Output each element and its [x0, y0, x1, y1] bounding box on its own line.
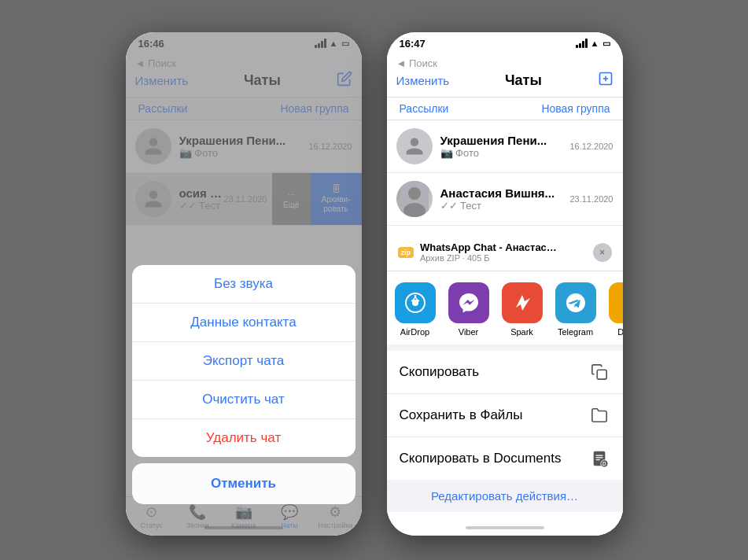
status-icons-right: ▲ ▭ — [576, 39, 610, 49]
option-contact[interactable]: Данные контакта — [132, 304, 356, 342]
airdrop-icon — [395, 282, 436, 323]
home-indicator-right — [466, 526, 544, 529]
share-actions: Скопировать Сохранить в Файлы — [387, 351, 623, 480]
share-app-viber[interactable]: Viber — [448, 282, 489, 337]
chat-name-2-right: Анастасия Вишня... — [440, 186, 570, 200]
action-options: Без звука Данные контакта Экспорт чата О… — [132, 265, 356, 457]
share-file-size: Архив ZIP · 405 Б — [420, 253, 562, 263]
share-close-button[interactable]: × — [593, 243, 612, 262]
spark-label: Spark — [510, 327, 533, 337]
chat-date-1-right: 16.12.2020 — [569, 142, 613, 151]
svg-rect-13 — [595, 457, 602, 458]
cancel-button[interactable]: Отменить — [132, 463, 356, 504]
new-group-right[interactable]: Новая группа — [541, 102, 610, 115]
nav-title-right: Чаты — [505, 72, 542, 89]
telegram-icon — [555, 282, 596, 323]
share-apps-row: AirDrop Viber — [387, 271, 623, 344]
status-bar-right: 16:47 ▲ ▭ — [387, 32, 623, 54]
right-phone: 16:47 ▲ ▭ ◄ Поиск И — [387, 32, 623, 536]
chat-info-2-right: Анастасия Вишня... ✓✓ Тест — [440, 186, 570, 212]
telegram-label: Telegram — [558, 327, 593, 337]
chat-item-1-right[interactable]: Украшения Пени... 📷 Фото 16.12.2020 — [387, 120, 623, 173]
chat-name-1-right: Украшения Пени... — [440, 134, 570, 147]
action-sheet-left: Без звука Данные контакта Экспорт чата О… — [132, 265, 356, 504]
chat-right-1-right: 16.12.2020 — [569, 142, 613, 151]
edit-button-right[interactable]: Изменить — [396, 74, 450, 87]
save-files-label: Сохранить в Файлы — [400, 407, 523, 423]
chat-date-2-right: 23.11.2020 — [569, 194, 613, 204]
airdrop-label: AirDrop — [400, 327, 429, 337]
chat-item-2-right[interactable]: Анастасия Вишня... ✓✓ Тест 23.11.2020 — [387, 173, 623, 226]
svg-rect-14 — [595, 459, 600, 460]
share-file-name: WhatsApp Chat - Анастасия В... — [420, 241, 562, 253]
folder-icon — [588, 404, 610, 426]
back-button-right[interactable]: ◄ Поиск — [396, 57, 614, 69]
zip-badge: zip — [398, 247, 415, 258]
battery-right-icon: ▭ — [602, 39, 610, 49]
time-right: 16:47 — [400, 38, 426, 50]
share-file-details: WhatsApp Chat - Анастасия В... Архив ZIP… — [420, 241, 562, 263]
edit-actions-label: Редактировать действия… — [431, 489, 578, 503]
compose-button-right[interactable] — [598, 71, 614, 90]
action-copy[interactable]: Скопировать — [387, 351, 623, 394]
avatar-2-right — [396, 181, 433, 217]
share-sheet: zip WhatsApp Chat - Анастасия В... Архив… — [387, 232, 623, 512]
edit-actions-link[interactable]: Редактировать действия… — [387, 480, 623, 512]
option-delete[interactable]: Удалить чат — [132, 419, 356, 457]
viber-icon — [448, 282, 489, 323]
right-phone-inner: 16:47 ▲ ▭ ◄ Поиск И — [387, 32, 623, 536]
svg-rect-12 — [595, 455, 602, 455]
action-copy-docs[interactable]: Скопировать в Documents D — [387, 437, 623, 480]
svg-point-2 — [408, 187, 421, 200]
viber-label: Viber — [459, 327, 478, 337]
share-file-info: zip WhatsApp Chat - Анастасия В... Архив… — [398, 241, 562, 263]
spark-icon — [502, 282, 543, 323]
copy-icon — [588, 361, 610, 383]
chat-info-1-right: Украшения Пени... 📷 Фото — [440, 134, 570, 159]
share-app-telegram[interactable]: Telegram — [555, 282, 596, 337]
share-app-airdrop[interactable]: AirDrop — [395, 282, 436, 337]
wifi-right-icon: ▲ — [591, 39, 599, 48]
documents-icon: D — [588, 448, 610, 470]
svg-rect-10 — [597, 370, 606, 379]
docs-icon — [609, 282, 623, 323]
share-app-spark[interactable]: Spark — [502, 282, 543, 337]
avatar-1-right — [396, 128, 433, 164]
svg-text:D: D — [602, 461, 606, 466]
option-export[interactable]: Экспорт чата — [132, 342, 356, 381]
share-header: zip WhatsApp Chat - Анастасия В... Архив… — [387, 232, 623, 271]
signal-right-icon — [576, 39, 588, 48]
action-save-files[interactable]: Сохранить в Файлы — [387, 394, 623, 437]
broadcasts-right[interactable]: Рассылки — [400, 102, 449, 115]
nav-bar-right: ◄ Поиск Изменить Чаты — [387, 54, 623, 98]
copy-docs-label: Скопировать в Documents — [400, 451, 562, 466]
chat-right-2-right: 23.11.2020 — [569, 194, 613, 204]
option-clear[interactable]: Очистить чат — [132, 381, 356, 419]
share-app-docs[interactable]: Doc... — [609, 282, 623, 337]
left-phone: 16:46 ▲ ▭ ◄ Поиск И — [126, 32, 362, 536]
copy-label: Скопировать — [400, 364, 480, 380]
sub-bar-right: Рассылки Новая группа — [387, 98, 623, 120]
docs-label: Doc... — [617, 327, 622, 337]
chat-preview-2-right: ✓✓ Тест — [440, 200, 570, 212]
option-mute[interactable]: Без звука — [132, 265, 356, 304]
chat-preview-1-right: 📷 Фото — [440, 147, 570, 159]
